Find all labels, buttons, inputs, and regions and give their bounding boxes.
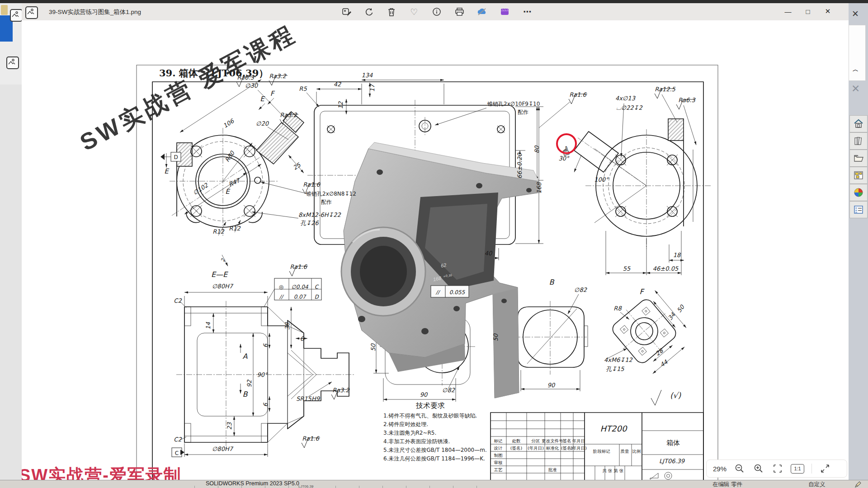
drawing-label: 40: [485, 250, 493, 257]
drawing-label: 80: [533, 145, 540, 153]
zoom-bar: 29% 1:1: [706, 460, 847, 478]
drawing-label: 共 张 第 张: [602, 468, 623, 473]
design-library-icon[interactable]: [849, 132, 868, 150]
drawing-label: 4xM6↧12: [604, 357, 633, 363]
drawing-label: 配作: [321, 199, 332, 205]
solidworks-task-pane: ✕ ︿ ✕: [849, 3, 868, 488]
drawing-label: 制图: [494, 453, 503, 458]
favorite-icon[interactable]: ♡: [406, 5, 422, 19]
drawing-label: E—E: [211, 270, 228, 279]
drawing-label: Ra12.5: [655, 86, 675, 93]
pencil-icon[interactable]: [854, 481, 862, 488]
drawing-label: Ra6.3: [237, 74, 255, 81]
delete-icon[interactable]: [383, 5, 400, 19]
drawing-label: 配作: [518, 109, 528, 115]
view-palette-icon[interactable]: [849, 167, 868, 184]
drawing-label: 92: [246, 380, 253, 387]
more-options-icon[interactable]: ⋯: [519, 5, 535, 19]
home-icon[interactable]: [849, 115, 868, 132]
actual-size-icon[interactable]: 1:1: [791, 464, 804, 474]
drawing-label: 18: [673, 252, 681, 258]
drawing-label: 8xM12-6H↧22: [298, 211, 341, 218]
drawing-label: 50: [370, 343, 377, 351]
drawing-label: 23: [226, 422, 233, 430]
drawing-label: 质量: [621, 449, 630, 454]
drawing-label: C2: [174, 436, 182, 443]
chevron-up-icon[interactable]: ︿: [853, 66, 859, 74]
drawing-label: 工艺: [494, 467, 503, 472]
drawing-label: ∅82: [574, 286, 587, 293]
drawing-label: 134: [362, 72, 373, 79]
drawing-label: SR15H9: [296, 395, 321, 402]
drawing-label: Ra1.6: [569, 91, 587, 98]
appearances-icon[interactable]: [849, 184, 868, 201]
drawing-label: 106: [222, 117, 236, 129]
table-fragment-text: LJT06.39: [298, 484, 313, 488]
drawing-label: R8: [613, 305, 622, 312]
video-edit-icon[interactable]: [496, 5, 513, 19]
cloud-unavailable-icon[interactable]: [474, 5, 490, 19]
drawing-label: Ra1.6: [303, 181, 321, 188]
drawing-label: B: [243, 390, 248, 399]
drawing-label: ∅102: [192, 182, 209, 197]
drawing-label: C2: [174, 297, 182, 304]
maximize-button[interactable]: □: [798, 3, 818, 19]
drawing-canvas: 39. 箱体 （LJT06.39）Ra6.3∅30Ra3.2FE∅20Ra3.2…: [108, 37, 723, 480]
info-icon[interactable]: [429, 5, 445, 19]
photos-title-bar[interactable]: 39-SW实战营练习图集_箱体1.png ♡: [22, 3, 849, 20]
drawing-label: 阶段标记: [593, 449, 610, 454]
drawing-label: 4x∅13: [615, 95, 636, 102]
drawing-label: C: [175, 450, 179, 456]
drawing-label: F: [270, 89, 275, 98]
drawing-label: ∅30: [245, 82, 259, 89]
drawing-label: 标记: [494, 438, 503, 443]
drawing-label: 锥销孔2x∅10F9↧10: [487, 101, 540, 107]
drawing-label: 4.非加工外表面应涂防锈漆.: [383, 438, 450, 445]
close-button[interactable]: ✕: [818, 3, 838, 19]
screen: ✕ ︿ ✕ SOLIDWORKS Premium 2023 SP5.0 LJT0…: [0, 0, 868, 488]
background-window-top-edge: [0, 0, 868, 3]
minimize-button[interactable]: —: [778, 3, 798, 19]
drawing-label: Ra1.6: [290, 263, 307, 270]
drawing-label: D: [174, 154, 178, 160]
zoom-in-icon[interactable]: [753, 463, 764, 474]
customize-button[interactable]: 自定义: [808, 481, 826, 488]
background-gray-area: [0, 84, 22, 488]
file-explorer-icon[interactable]: [849, 150, 868, 167]
drawing-label: B: [549, 278, 555, 286]
drawing-label: 50: [675, 303, 686, 314]
background-document-icon: [1, 5, 8, 15]
drawing-label: R12: [212, 228, 224, 235]
drawing-label: ∅0.04: [291, 284, 308, 290]
drawing-label: Ra3.2: [332, 387, 349, 394]
drawing-label: ∅82: [442, 387, 455, 394]
zoom-out-icon[interactable]: [734, 463, 745, 474]
drawing-label: 50: [492, 333, 499, 341]
photos-app-window: 39-SW实战营练习图集_箱体1.png ♡: [22, 3, 849, 480]
drawing-label: 孔↧15: [606, 366, 624, 372]
drawing-label: ∅80H7: [212, 446, 234, 452]
floating-image-file-icon: [6, 56, 19, 69]
drawing-label: E: [225, 188, 231, 196]
drawing-label: 批准: [548, 467, 557, 472]
print-icon[interactable]: [451, 5, 467, 19]
drawing-label: R12: [229, 225, 241, 232]
fit-to-window-icon[interactable]: [772, 463, 783, 474]
custom-properties-icon[interactable]: [849, 201, 868, 218]
drawing-label: 处数: [512, 438, 521, 443]
fullscreen-icon[interactable]: [819, 463, 831, 474]
rotate-icon[interactable]: [361, 5, 377, 19]
drawing-label: 38: [284, 322, 291, 330]
drawing-label: 分区: [531, 438, 540, 443]
close-icon[interactable]: ✕: [852, 9, 859, 19]
editing-part-status: 在编辑 零件: [712, 481, 742, 488]
drawing-label: E: [164, 167, 170, 175]
drawing-label: 5.未注尺寸公差按GB/T 1804—2000—m.: [383, 447, 487, 453]
drawing-label: 62: [440, 262, 447, 268]
edit-image-icon[interactable]: [338, 5, 354, 19]
drawing-label: 0.07: [294, 294, 307, 300]
photos-toolbar: ♡ ⋯: [338, 5, 535, 19]
close-icon[interactable]: ✕: [851, 83, 860, 95]
photo-canvas[interactable]: 39. 箱体 （LJT06.39）Ra6.3∅30Ra3.2FE∅20Ra3.2…: [22, 20, 849, 480]
drawing-label: 90: [547, 382, 556, 389]
